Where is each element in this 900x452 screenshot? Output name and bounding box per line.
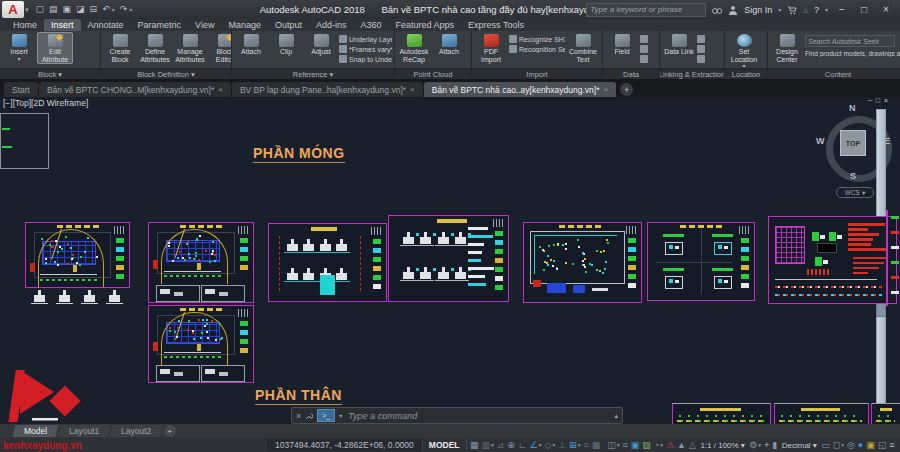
isodraft-icon[interactable]: ◇▾: [543, 439, 557, 451]
ribbon-tab-manage[interactable]: Manage: [221, 19, 268, 31]
point-cloud-attach-button[interactable]: Attach: [432, 32, 466, 56]
clean-screen-icon[interactable]: ◱: [876, 439, 888, 451]
layout-tab-layout1[interactable]: Layout1: [58, 425, 111, 437]
panel-label-reference[interactable]: Reference▾: [232, 68, 394, 79]
upload-link-icon[interactable]: [697, 45, 705, 53]
command-wrench-icon[interactable]: [305, 412, 313, 420]
combine-text-button[interactable]: Combine Text: [566, 32, 600, 63]
hyperlink-icon[interactable]: [640, 55, 648, 63]
file-tab-b-n-v-bptc[interactable]: Bản vẽ BPTC CHONG..M[kenhxaydung.vn]*×: [39, 82, 231, 97]
command-line-bar[interactable]: × >_ ▾ ▴: [291, 407, 623, 424]
customize-plus-icon[interactable]: +: [763, 439, 771, 451]
help-button[interactable]: ?: [814, 5, 819, 15]
panel-label-content[interactable]: Content: [768, 68, 900, 79]
ribbon-tab-express-tools[interactable]: Express Tools: [461, 19, 531, 31]
selection-filter-icon[interactable]: ▣: [629, 439, 641, 451]
osnap-tracking-icon[interactable]: ⊥: [557, 439, 568, 451]
field-button[interactable]: Field: [605, 32, 639, 56]
extract-data-icon[interactable]: [697, 35, 705, 43]
panel-label-linking[interactable]: Linking & Extraction: [660, 68, 724, 79]
sign-in-dropdown-icon[interactable]: ▾: [778, 6, 781, 13]
frames-vary-dropdown[interactable]: *Frames vary* ▾: [339, 45, 392, 53]
ribbon-tab-view[interactable]: View: [188, 19, 221, 31]
customization-menu-icon[interactable]: ≡: [888, 439, 896, 451]
drawing-sheet[interactable]: [25, 222, 130, 288]
sign-in-button[interactable]: Sign In: [744, 5, 772, 15]
drawing-sheet[interactable]: [523, 222, 642, 303]
manage-attributes-button[interactable]: Manage Attributes: [173, 32, 207, 63]
ortho-icon[interactable]: ∟: [516, 439, 528, 451]
autodesk-seek-search-input[interactable]: [805, 35, 895, 47]
drawing-sheet[interactable]: [647, 222, 755, 301]
grid-icon[interactable]: ▦: [469, 439, 481, 451]
units-chip-dropdown-icon[interactable]: ▾: [813, 441, 817, 450]
ribbon-tab-parametric[interactable]: Parametric: [131, 19, 189, 31]
color-theme-icon[interactable]: ▣: [865, 439, 877, 451]
help-dropdown-icon[interactable]: ▾: [825, 6, 828, 13]
ribbon-tab-output[interactable]: Output: [268, 19, 309, 31]
file-tab-close-icon[interactable]: ×: [218, 85, 223, 94]
annotation-monitor-icon[interactable]: ⚠: [664, 439, 675, 451]
drawing-canvas[interactable]: [−][Top][2D Wireframe] −□× N W E S TOP W…: [0, 97, 900, 424]
annotation-scale-chip[interactable]: 1:1 / 100%▾: [697, 441, 747, 450]
cart-icon[interactable]: [787, 5, 797, 15]
drawing-heading[interactable]: PHẦN MÓNG: [253, 145, 345, 163]
drawing-sheet[interactable]: [774, 403, 869, 424]
annotation-visibility-icon[interactable]: ▲: [676, 439, 688, 451]
polar-tracking-icon-dropdown-icon[interactable]: ▾: [539, 439, 542, 451]
selection-cycling-icon-dropdown-icon[interactable]: ▾: [617, 439, 620, 451]
keyword-search-input[interactable]: [586, 3, 706, 17]
dynamic-ucs-icon[interactable]: ◔▾: [652, 439, 664, 451]
save-as-icon[interactable]: ◪: [76, 5, 85, 14]
recognize-shx-button[interactable]: Recognize SHX Text: [509, 35, 565, 43]
quick-properties-icon[interactable]: ▭: [820, 439, 832, 451]
new-drawing-tab-button[interactable]: +: [620, 83, 633, 96]
viewport-controls-label[interactable]: [−][Top][2D Wireframe]: [3, 98, 88, 108]
new-file-icon[interactable]: ▢: [36, 5, 45, 14]
selection-cycling-icon[interactable]: ◫▾: [606, 439, 621, 451]
command-close-icon[interactable]: ×: [296, 411, 301, 421]
drawing-sheet[interactable]: [148, 222, 254, 303]
drawing-sheet[interactable]: [886, 210, 900, 306]
command-input[interactable]: [346, 410, 610, 422]
drawing-heading[interactable]: PHẦN THÂN: [255, 387, 342, 405]
open-file-icon[interactable]: ▤: [49, 5, 58, 14]
drawing-sheet[interactable]: [768, 216, 897, 304]
lock-ui-icon[interactable]: ◻▾: [831, 439, 845, 451]
drawing-sheet[interactable]: [148, 305, 254, 383]
clip-button[interactable]: Clip: [269, 32, 303, 56]
autocad-logo[interactable]: A: [2, 1, 24, 18]
gizmo-icon[interactable]: ▧: [641, 439, 653, 451]
underlay-layers-button[interactable]: Underlay Layers: [339, 35, 392, 43]
ribbon-tab-home[interactable]: Home: [6, 19, 44, 31]
ole-object-icon[interactable]: [640, 45, 648, 53]
data-link-button[interactable]: Data Link: [662, 32, 696, 56]
annotation-scale-chip-dropdown-icon[interactable]: ▾: [741, 441, 745, 450]
model-space-button[interactable]: MODEL: [422, 439, 467, 451]
osnap-icon[interactable]: ⊞▾: [568, 439, 582, 451]
lock-ui-icon-dropdown-icon[interactable]: ▾: [841, 439, 844, 451]
file-tab-close-icon[interactable]: ×: [410, 85, 415, 94]
units-bar-icon[interactable]: ▮: [771, 439, 779, 451]
plot-icon[interactable]: ⊟: [90, 5, 98, 14]
ribbon-tab-add-ins[interactable]: Add-ins: [309, 19, 354, 31]
exchange-apps-icon[interactable]: △: [803, 6, 808, 13]
snap-to-underlays-dropdown[interactable]: Snap to Underlays ON ▾: [339, 55, 392, 63]
workspace-gear-icon[interactable]: ⚙▾: [748, 439, 763, 451]
drawing-sheet[interactable]: [30, 289, 130, 305]
viewcube-south[interactable]: S: [850, 171, 856, 181]
insert-button[interactable]: Insert ▾: [2, 32, 36, 62]
panel-label-location[interactable]: Location: [725, 68, 767, 79]
graphics-performance-icon[interactable]: ●: [856, 439, 864, 451]
file-tab-b-n-v-bptc[interactable]: Bản vẽ BPTC nhà cao..ay[kenhxaydung.vn]*…: [424, 82, 616, 97]
update-fields-icon[interactable]: [640, 35, 648, 43]
redo-icon-dropdown[interactable]: ▾: [129, 6, 132, 13]
dynamic-input-icon[interactable]: ⊕: [506, 439, 517, 451]
adjust-button[interactable]: Adjust: [304, 32, 338, 56]
panel-label-block-definition[interactable]: Block Definition▾: [101, 68, 231, 79]
drawing-sheet[interactable]: [268, 223, 387, 302]
block-editor-button[interactable]: Block Editor: [208, 32, 231, 63]
polar-tracking-icon[interactable]: ∠▾: [528, 439, 543, 451]
panel-label-point-cloud[interactable]: Point Cloud: [395, 68, 471, 79]
search-binoculars-icon[interactable]: [712, 5, 722, 15]
